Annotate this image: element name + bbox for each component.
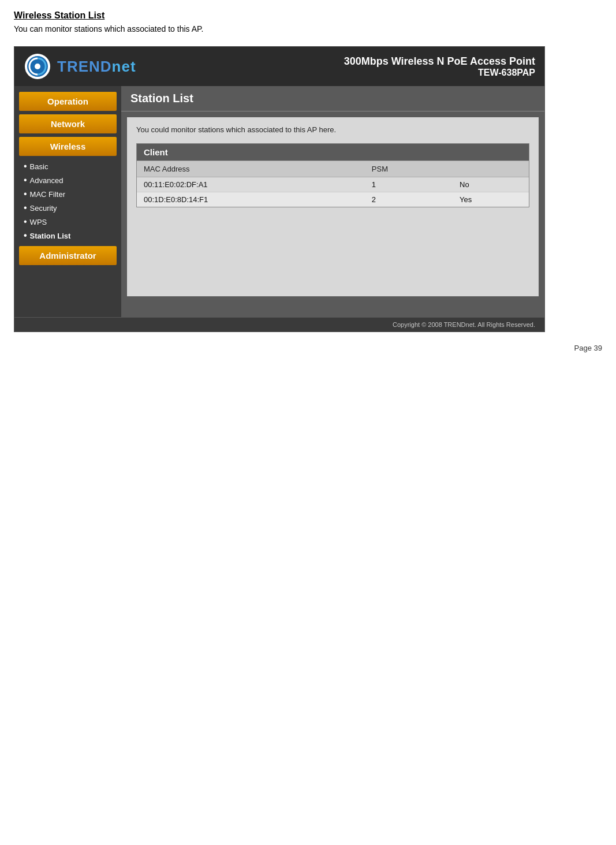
model-line1: 300Mbps Wireless N PoE Access Point xyxy=(344,55,535,68)
page-header: Wireless Station List You can monitor st… xyxy=(0,0,616,46)
page-footer: Page 39 xyxy=(0,332,616,364)
sidebar-item-advanced[interactable]: • Advanced xyxy=(21,173,117,187)
sidebar-item-mac-filter[interactable]: • MAC Filter xyxy=(21,187,117,201)
brand-suffix: net xyxy=(112,58,136,75)
router-logo: TRENDnet xyxy=(24,53,136,80)
page-title: Wireless Station List xyxy=(14,10,602,21)
sidebar-item-wps-label: WPS xyxy=(30,218,47,226)
sidebar-btn-operation[interactable]: Operation xyxy=(19,92,117,111)
model-line2: TEW-638PAP xyxy=(344,68,535,78)
cell-mac-2: 00:1D:E0:8D:14:F1 xyxy=(137,192,365,207)
client-table-container: Client MAC Address PSM 00:11:E0:02:DF:A1 xyxy=(136,143,529,207)
content-description: You could monitor stations which associa… xyxy=(136,125,529,134)
wireless-submenu: • Basic • Advanced • MAC Filter • Securi… xyxy=(19,159,117,243)
router-body: Operation Network Wireless • Basic • Adv… xyxy=(14,86,544,317)
sidebar-item-station-list-label: Station List xyxy=(30,232,71,240)
copyright-text: Copyright © 2008 TRENDnet. All Rights Re… xyxy=(393,321,535,328)
cell-val-1: No xyxy=(453,177,529,192)
router-model: 300Mbps Wireless N PoE Access Point TEW-… xyxy=(344,55,535,78)
table-header-row: MAC Address PSM xyxy=(137,161,529,177)
col-psm: PSM xyxy=(365,161,453,177)
content-body: You could monitor stations which associa… xyxy=(127,117,539,296)
sidebar-item-advanced-label: Advanced xyxy=(30,176,64,185)
table-row: 00:11:E0:02:DF:A1 1 No xyxy=(137,177,529,192)
table-row: 00:1D:E0:8D:14:F1 2 Yes xyxy=(137,192,529,207)
col-value xyxy=(453,161,529,177)
sidebar-item-basic-label: Basic xyxy=(30,162,48,171)
client-table: MAC Address PSM 00:11:E0:02:DF:A1 1 No xyxy=(137,161,529,207)
sidebar-btn-wireless[interactable]: Wireless xyxy=(19,137,117,156)
bullet-icon: • xyxy=(24,189,27,199)
brand-name: TRENDnet xyxy=(57,58,136,76)
router-header: TRENDnet 300Mbps Wireless N PoE Access P… xyxy=(14,47,544,86)
sidebar-btn-administrator[interactable]: Administrator xyxy=(19,246,117,265)
sidebar-item-station-list[interactable]: • Station List xyxy=(21,229,117,243)
bullet-icon: • xyxy=(24,230,27,241)
sidebar-btn-network[interactable]: Network xyxy=(19,114,117,133)
sidebar-item-wps[interactable]: • WPS xyxy=(21,215,117,229)
trendnet-logo-icon xyxy=(24,53,51,80)
cell-mac-1: 00:11:E0:02:DF:A1 xyxy=(137,177,365,192)
page-description: You can monitor stations which associate… xyxy=(14,24,602,33)
content-header: Station List xyxy=(121,86,544,111)
bullet-icon: • xyxy=(24,217,27,227)
content-title: Station List xyxy=(130,92,535,105)
cell-psm-2: 2 xyxy=(365,192,453,207)
bullet-icon: • xyxy=(24,203,27,213)
bullet-icon: • xyxy=(24,161,27,172)
router-footer: Copyright © 2008 TRENDnet. All Rights Re… xyxy=(14,317,544,332)
col-mac-address: MAC Address xyxy=(137,161,365,177)
sidebar-item-basic[interactable]: • Basic xyxy=(21,159,117,173)
main-content: Station List You could monitor stations … xyxy=(121,86,544,317)
router-ui: TRENDnet 300Mbps Wireless N PoE Access P… xyxy=(14,46,545,332)
cell-val-2: Yes xyxy=(453,192,529,207)
page-number: Page 39 xyxy=(574,344,602,352)
client-table-section-label: Client xyxy=(137,144,529,161)
brand-prefix: TREND xyxy=(57,58,112,75)
sidebar-item-security[interactable]: • Security xyxy=(21,201,117,215)
sidebar-item-security-label: Security xyxy=(30,204,57,213)
bullet-icon: • xyxy=(24,175,27,185)
sidebar: Operation Network Wireless • Basic • Adv… xyxy=(14,86,121,317)
svg-point-1 xyxy=(35,64,40,69)
sidebar-item-mac-filter-label: MAC Filter xyxy=(30,190,65,199)
cell-psm-1: 1 xyxy=(365,177,453,192)
